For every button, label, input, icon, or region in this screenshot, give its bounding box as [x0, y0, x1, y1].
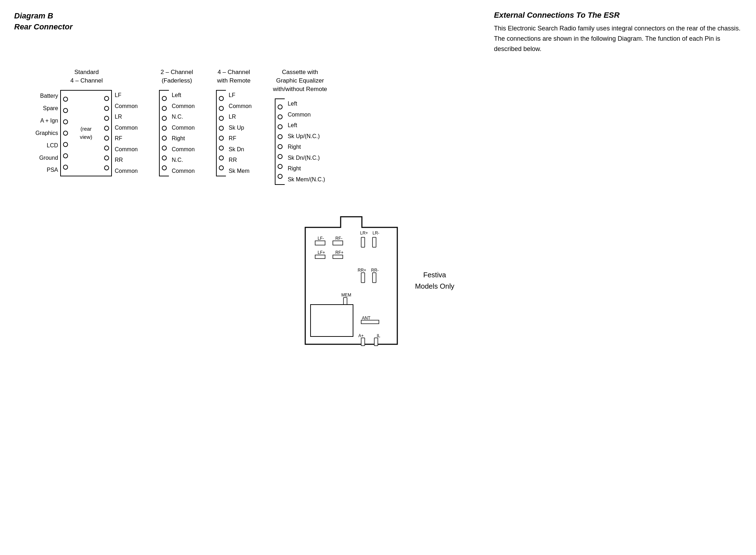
- svg-text:MEM: MEM: [341, 293, 351, 298]
- svg-rect-10: [361, 237, 365, 247]
- pin-circle: [219, 116, 224, 121]
- label-common2: Common: [115, 123, 138, 133]
- pin-circle: [63, 131, 68, 136]
- pin-circle: [162, 106, 167, 111]
- svg-rect-14: [361, 273, 365, 283]
- pin-circle: [278, 134, 283, 139]
- pin-circle: [278, 104, 283, 109]
- pin-circle: [63, 142, 68, 147]
- label-nc1: N.C.: [172, 112, 183, 122]
- center-note: (rear view): [70, 90, 102, 176]
- label-rf: RF: [115, 134, 122, 143]
- pin-circle: [219, 146, 224, 151]
- connector-cassette: Cassette with Graphic Equalizer with/wit…: [273, 68, 327, 185]
- svg-text:RR-: RR-: [371, 268, 379, 273]
- label-common3: Common: [172, 145, 195, 154]
- right-pins: [102, 90, 112, 176]
- svg-text:LR-: LR-: [373, 231, 379, 236]
- pin-circle: [104, 116, 109, 121]
- svg-rect-11: [373, 237, 376, 247]
- pin-circle: [162, 136, 167, 141]
- svg-rect-7: [333, 241, 343, 245]
- pin-circle: [162, 126, 167, 131]
- connector-cassette-box: Left Common Left Sk Up/(N.C.) Right Sk D…: [275, 98, 325, 185]
- label-rr: RR: [115, 155, 123, 165]
- label-right1: Right: [172, 134, 185, 143]
- pin-circle: [162, 96, 167, 101]
- svg-rect-9: [333, 255, 343, 259]
- pin-circle: [162, 155, 167, 160]
- svg-text:RR+: RR+: [358, 268, 366, 273]
- svg-rect-24: [374, 338, 378, 346]
- label-lf: LF: [115, 90, 121, 100]
- pin-circle: [104, 96, 109, 101]
- pin-circle: [278, 164, 283, 169]
- pin-circle: [219, 136, 224, 141]
- festiva-diagram: LF- RF- LR+ LR- LF+ RF+: [302, 213, 454, 348]
- svg-text:RF+: RF+: [335, 250, 343, 255]
- label-common4: Common: [115, 166, 138, 176]
- ext-connections: External Connections To The ESR This Ele…: [494, 11, 742, 54]
- label-common2: Common: [172, 123, 195, 133]
- right-labels-2ch: Left Common N.C. Common Right Common N.C…: [169, 90, 195, 176]
- pin-circle: [278, 174, 283, 179]
- pin-circle: [104, 126, 109, 131]
- page-header: Diagram B Rear Connector External Connec…: [14, 11, 742, 54]
- ext-connections-text: This Electronic Search Radio family uses…: [494, 23, 742, 54]
- pin-circle: [278, 114, 283, 119]
- connector-2ch-title: 2 – Channel (Faderless): [161, 68, 193, 85]
- svg-text:IL: IL: [377, 333, 380, 338]
- connector-2ch: 2 – Channel (Faderless) Left Common N.C.…: [159, 68, 195, 176]
- pin-circle: [63, 153, 68, 158]
- right-labels-std: LF Common LR Common RF Common RR Common: [112, 90, 138, 176]
- svg-text:RF-: RF-: [335, 236, 342, 241]
- connector-cassette-title: Cassette with Graphic Equalizer with/wit…: [273, 68, 327, 93]
- pin-circle: [162, 165, 167, 170]
- label-common4: Common: [172, 166, 195, 176]
- pins-4ch-remote: [216, 90, 226, 176]
- festiva-title: Festiva Models Only: [415, 269, 454, 292]
- pin-circle: [219, 96, 224, 101]
- pin-circle: [104, 146, 109, 151]
- label-ground: Ground: [39, 153, 58, 163]
- label-lr: LR: [115, 112, 122, 122]
- pin-circle: [104, 155, 109, 160]
- festiva-svg: LF- RF- LR+ LR- LF+ RF+: [302, 213, 401, 348]
- pin-circle: [63, 108, 68, 113]
- svg-text:A+: A+: [358, 333, 364, 338]
- label-psa: PSA: [47, 165, 58, 175]
- label-left1: Left: [172, 90, 181, 100]
- svg-text:LF+: LF+: [318, 250, 325, 255]
- connector-2ch-box: Left Common N.C. Common Right Common N.C…: [159, 90, 195, 176]
- svg-rect-23: [361, 338, 365, 346]
- label-lcd: LCD: [47, 141, 58, 151]
- pin-circle: [63, 119, 68, 124]
- connector-standard-box: Battery Spare A + Ign Graphics LCD Groun…: [35, 90, 138, 176]
- pin-circle: [162, 146, 167, 151]
- svg-rect-20: [361, 320, 379, 324]
- pin-circle: [278, 154, 283, 159]
- pin-circle: [219, 165, 224, 170]
- left-labels: Battery Spare A + Ign Graphics LCD Groun…: [35, 90, 60, 176]
- festiva-box-wrapper: LF- RF- LR+ LR- LF+ RF+: [302, 213, 401, 348]
- connector-4ch-remote-box: LF Common LR Sk Up RF Sk Dn RR Sk Mem: [216, 90, 252, 176]
- diagram-title: Diagram B Rear Connector: [14, 11, 73, 33]
- pins-cassette: [275, 98, 285, 185]
- bottom-section: LF- RF- LR+ LR- LF+ RF+: [14, 213, 742, 348]
- diagrams-area: Standard 4 – Channel Battery Spare A + I…: [14, 68, 742, 185]
- svg-rect-6: [315, 241, 325, 245]
- label-nc2: N.C.: [172, 155, 183, 165]
- pin-circle: [104, 106, 109, 111]
- connector-4ch-remote-title: 4 – Channel with Remote: [217, 68, 250, 85]
- label-common1: Common: [115, 101, 138, 111]
- pin-circle: [219, 155, 224, 160]
- label-a-ign: A + Ign: [40, 116, 58, 126]
- label-graphics: Graphics: [35, 128, 58, 138]
- svg-text:LF-: LF-: [318, 236, 324, 241]
- pin-circle: [63, 165, 68, 170]
- connector-4ch-remote: 4 – Channel with Remote LF Common LR Sk …: [216, 68, 252, 176]
- connector-standard: Standard 4 – Channel Battery Spare A + I…: [35, 68, 138, 176]
- svg-text:LR+: LR+: [360, 231, 368, 236]
- label-common1: Common: [172, 101, 195, 111]
- pin-circle: [278, 124, 283, 129]
